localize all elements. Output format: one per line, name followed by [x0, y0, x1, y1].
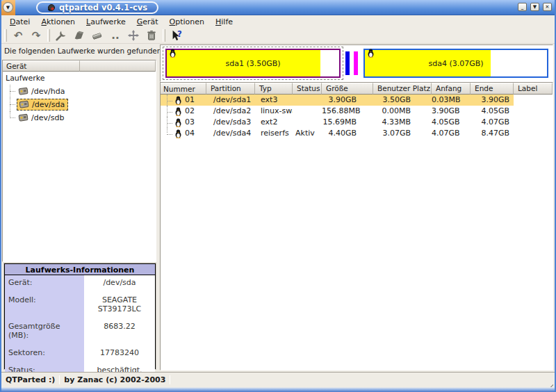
partition-table: Nummer Partition Typ Status Größe Benutz…: [160, 82, 553, 370]
disk-drive-icon: [19, 100, 29, 109]
toolbar-handle[interactable]: [4, 29, 7, 42]
groesse-cell: 4.40GB: [322, 128, 373, 139]
info-value-sektoren: 17783240: [84, 345, 155, 363]
partition-cell: /dev/sda2: [206, 106, 255, 117]
menu-hilfe[interactable]: Hilfe: [210, 17, 238, 27]
col-header-typ[interactable]: Typ: [255, 83, 293, 95]
table-row-sda3[interactable]: 03 /dev/sda3 ext2 15.69MB 4.33MB 4.05GB …: [161, 117, 553, 128]
device-label: /dev/hda: [31, 87, 65, 96]
tree-item-dev-sda[interactable]: /dev/sda: [3, 98, 156, 111]
partition-number: 04: [185, 128, 195, 139]
info-value-geraet: /dev/sda: [84, 275, 155, 293]
partition-bar-label: sda1 (3.50GB): [225, 59, 280, 68]
properties-button[interactable]: [53, 28, 70, 43]
tree-header-geraet[interactable]: Gerät: [3, 60, 80, 72]
toolbar: ↶ ↷ ..: [1, 28, 555, 44]
menu-laufwerke[interactable]: Laufwerke: [81, 17, 131, 27]
col-header-groesse[interactable]: Größe: [322, 83, 373, 95]
delete-button[interactable]: [143, 28, 160, 43]
partition-cell: /dev/sda4: [206, 128, 255, 139]
typ-cell: ext3: [255, 95, 293, 106]
svg-text:?: ?: [177, 29, 182, 39]
partition-bar-sda3[interactable]: [354, 51, 358, 75]
col-header-benutzer-platz[interactable]: Benutzer Platz: [373, 83, 432, 95]
titlebar[interactable]: ▼ qtparted v0.4.1-cvs _ ▼ ✕: [0, 0, 556, 15]
groesse-cell: 156.88MB: [322, 106, 373, 117]
tree-item-dev-sdb[interactable]: /dev/sdb: [3, 111, 156, 124]
minimize-button[interactable]: _: [518, 3, 527, 11]
ende-cell: 4.05GB: [471, 106, 514, 117]
col-header-status[interactable]: Status: [293, 83, 322, 95]
tree-branch: [163, 117, 174, 128]
whats-this-button[interactable]: ?: [168, 28, 185, 43]
erase-button[interactable]: [89, 28, 106, 43]
undo-button[interactable]: ↶: [10, 28, 26, 43]
drive-info-title: Laufwerks-Informationen: [5, 264, 155, 275]
ende-cell: 3.90GB: [471, 95, 514, 106]
menu-aktionen[interactable]: Aktionen: [35, 17, 81, 27]
format-button[interactable]: [71, 28, 88, 43]
benutzer-platz-cell: 4.33MB: [373, 117, 432, 128]
partition-number: 01: [185, 95, 195, 106]
col-header-ende[interactable]: Ende: [471, 83, 514, 95]
tux-icon: [174, 118, 182, 127]
status-cell: [293, 117, 322, 128]
toolbar-handle[interactable]: [47, 29, 50, 42]
tree-branch: [6, 98, 17, 111]
partition-cell: /dev/sda3: [206, 117, 255, 128]
info-value-gesamtgroesse: 8683.22: [84, 319, 155, 345]
partition-bar-sda1[interactable]: sda1 (3.50GB): [165, 49, 341, 78]
status-cell: [293, 106, 322, 117]
status-cell: Aktiv: [293, 128, 322, 139]
shade-button[interactable]: ▼: [530, 3, 539, 11]
info-label-gesamtgroesse: Gesamtgröße (MB):: [5, 319, 84, 345]
tree-item-dev-hda[interactable]: /dev/hda: [3, 85, 156, 98]
statusbar-separator: [170, 375, 170, 384]
typ-cell: reiserfs: [255, 128, 293, 139]
partition-number: 03: [185, 117, 195, 128]
tree-root-laufwerke[interactable]: Laufwerke: [3, 72, 156, 85]
info-value-modell: SEAGATE ST39173LC: [84, 293, 155, 319]
tree-branch: [163, 128, 174, 139]
menu-geraet[interactable]: Gerät: [131, 17, 164, 27]
title-capsule[interactable]: qtparted v0.4.1-cvs: [36, 1, 158, 14]
tux-icon: [169, 49, 177, 58]
tree-branch: [163, 106, 174, 117]
undo-icon: ↶: [14, 31, 23, 41]
partition-bar-sda2[interactable]: [345, 51, 350, 75]
resize-button[interactable]: ..: [107, 28, 124, 43]
table-row-sda2[interactable]: 02 /dev/sda2 linux-swap 156.88MB 0.00MB …: [161, 106, 553, 117]
device-label: /dev/sda: [32, 100, 65, 109]
partition-bar-view: sda1 (3.50GB) sda4 (3.07GB): [160, 44, 553, 82]
table-row-sda1[interactable]: 01 /dev/sda1 ext3 3.90GB 3.50GB 0.03MB 3…: [161, 95, 553, 106]
anfang-cell: 4.05GB: [432, 117, 471, 128]
tree-header-empty[interactable]: [80, 60, 156, 72]
statusbar-app-label: QTParted :): [1, 375, 59, 384]
benutzer-platz-cell: 3.50GB: [373, 95, 432, 106]
partition-bar-sda4[interactable]: sda4 (3.07GB): [363, 49, 548, 78]
col-header-label[interactable]: Label: [514, 83, 553, 95]
toolbar-handle[interactable]: [163, 29, 165, 42]
close-button[interactable]: ✕: [543, 3, 552, 11]
col-header-nummer[interactable]: Nummer: [161, 83, 206, 95]
benutzer-platz-cell: 0.00MB: [373, 106, 432, 117]
tux-icon: [174, 129, 182, 138]
label-cell: [514, 95, 553, 106]
table-row-sda4[interactable]: 04 /dev/sda4 reiserfs Aktiv 4.40GB 3.07G…: [161, 128, 553, 139]
close-icon: ✕: [546, 4, 550, 10]
move-button[interactable]: [125, 28, 142, 43]
menu-optionen[interactable]: Optionen: [164, 17, 210, 27]
col-header-anfang[interactable]: Anfang: [432, 83, 471, 95]
selected-device-highlight: /dev/sda: [17, 99, 68, 111]
window-bottom-border: [0, 387, 556, 392]
trash-icon: [145, 29, 158, 42]
menu-datei[interactable]: Datei: [4, 17, 35, 27]
info-label-sektoren: Sektoren:: [5, 345, 84, 363]
groesse-cell: 15.69MB: [322, 117, 373, 128]
window-menu-button[interactable]: ▼: [3, 2, 13, 13]
tux-icon: [174, 96, 182, 105]
redo-button[interactable]: ↷: [28, 28, 44, 43]
qtparted-app-icon: [47, 3, 56, 12]
col-header-partition[interactable]: Partition: [206, 83, 255, 95]
partition-table-header: Nummer Partition Typ Status Größe Benutz…: [161, 83, 553, 95]
